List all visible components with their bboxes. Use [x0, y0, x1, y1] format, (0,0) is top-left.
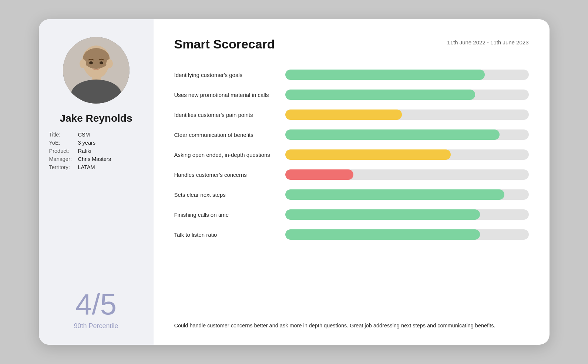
svg-point-4 — [83, 48, 110, 69]
info-row-manager: Manager: Chris Masters — [49, 156, 143, 162]
scorecard-header: Smart Scorecard 11th June 2022 - 11th Ju… — [174, 37, 529, 51]
metric-row: Handles customer's concerns — [174, 165, 529, 185]
info-row-title: Title: CSM — [49, 132, 143, 138]
metric-row: Asking open ended, in-depth questions — [174, 145, 529, 165]
percentile-label: 90th Percentile — [74, 322, 118, 330]
bar-fill — [285, 209, 480, 220]
metric-label: Clear communication of benefits — [174, 132, 285, 138]
svg-point-6 — [106, 59, 113, 68]
metric-row: Identifying customer's goals — [174, 65, 529, 85]
metric-label: Identifies customer's pain points — [174, 112, 285, 118]
product-value: Rafiki — [78, 148, 91, 154]
title-value: CSM — [78, 132, 90, 138]
metric-row: Sets clear next steps — [174, 185, 529, 205]
bar-fill — [285, 189, 504, 200]
bar-fill — [285, 109, 402, 120]
svg-point-5 — [80, 59, 86, 68]
info-row-territory: Territory: LATAM — [49, 164, 143, 170]
right-panel: Smart Scorecard 11th June 2022 - 11th Ju… — [154, 19, 550, 345]
bar-container — [285, 229, 529, 240]
bar-container — [285, 149, 529, 160]
bar-container — [285, 169, 529, 180]
metrics-list: Identifying customer's goalsUses new pro… — [174, 65, 529, 313]
metric-label: Identifying customer's goals — [174, 72, 285, 78]
svg-point-9 — [89, 61, 93, 64]
info-row-yoe: YoE: 3 years — [49, 140, 143, 146]
comment-section: Could handle customer concerns better an… — [174, 321, 529, 330]
left-panel: Jake Reynolds Title: CSM YoE: 3 years Pr… — [39, 19, 154, 345]
info-table: Title: CSM YoE: 3 years Product: Rafiki … — [49, 132, 143, 172]
territory-label: Territory: — [49, 164, 75, 170]
bar-fill — [285, 129, 500, 140]
bar-container — [285, 90, 529, 100]
territory-value: LATAM — [78, 164, 95, 170]
bar-container — [285, 70, 529, 80]
metric-label: Asking open ended, in-depth questions — [174, 152, 285, 158]
svg-point-10 — [100, 61, 103, 64]
title-label: Title: — [49, 132, 75, 138]
metric-row: Finishing calls on time — [174, 205, 529, 225]
bar-fill — [285, 169, 353, 180]
yoe-value: 3 years — [78, 140, 96, 146]
metric-label: Talk to listen ratio — [174, 232, 285, 238]
bar-fill — [285, 90, 475, 100]
metric-label: Sets clear next steps — [174, 192, 285, 198]
bar-fill — [285, 70, 485, 80]
info-row-product: Product: Rafiki — [49, 148, 143, 154]
scorecard-title: Smart Scorecard — [174, 37, 275, 51]
product-label: Product: — [49, 148, 75, 154]
metric-row: Uses new promotional material in calls — [174, 85, 529, 105]
metric-row: Clear communication of benefits — [174, 125, 529, 145]
scorecard-card: Jake Reynolds Title: CSM YoE: 3 years Pr… — [39, 19, 550, 345]
metric-label: Handles customer's concerns — [174, 172, 285, 178]
person-name: Jake Reynolds — [60, 112, 132, 124]
yoe-label: YoE: — [49, 140, 75, 146]
bar-container — [285, 189, 529, 200]
manager-label: Manager: — [49, 156, 75, 162]
score-value: 4/5 — [75, 290, 117, 319]
bar-fill — [285, 149, 451, 160]
metric-label: Finishing calls on time — [174, 212, 285, 218]
score-section: 4/5 90th Percentile — [74, 282, 118, 330]
metric-label: Uses new promotional material in calls — [174, 92, 285, 98]
bar-container — [285, 209, 529, 220]
date-range: 11th June 2022 - 11th June 2023 — [447, 39, 528, 46]
bar-fill — [285, 229, 480, 240]
bar-container — [285, 129, 529, 140]
avatar — [63, 37, 130, 104]
manager-value: Chris Masters — [78, 156, 111, 162]
metric-row: Talk to listen ratio — [174, 225, 529, 245]
bar-container — [285, 109, 529, 120]
metric-row: Identifies customer's pain points — [174, 105, 529, 125]
